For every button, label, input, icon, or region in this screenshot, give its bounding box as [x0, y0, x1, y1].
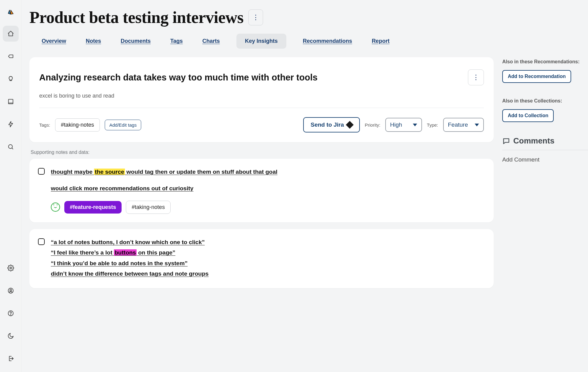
- priority-select[interactable]: High: [385, 118, 422, 132]
- highlight-pink: buttons: [114, 249, 137, 256]
- type-label: Type:: [427, 122, 438, 128]
- send-to-jira-button[interactable]: Send to Jira: [303, 117, 360, 132]
- note-line[interactable]: “I feel like there’s a lot buttons on th…: [51, 248, 209, 257]
- main-content: Product beta testing interviews Overview…: [21, 0, 588, 372]
- smile-icon: [51, 203, 60, 212]
- nav-tags[interactable]: [3, 48, 19, 64]
- add-comment-button[interactable]: Add Comment: [502, 156, 588, 163]
- app-logo-icon: [6, 7, 16, 18]
- tag-chip-taking-notes[interactable]: #taking-notes: [126, 201, 171, 214]
- svg-marker-0: [8, 10, 10, 14]
- nav-home[interactable]: [3, 26, 19, 42]
- note-body: thought maybe the source would tag then …: [51, 167, 277, 214]
- tab-key-insights[interactable]: Key Insights: [236, 34, 286, 49]
- nav-actions[interactable]: [3, 116, 19, 132]
- comments-header: Comments: [502, 136, 588, 146]
- priority-value: High: [390, 121, 402, 128]
- also-recommendations-label: Also in these Recommendations:: [502, 59, 588, 65]
- nav-ideas[interactable]: [3, 71, 19, 87]
- insight-actions-menu[interactable]: [468, 69, 484, 85]
- jira-icon: [346, 121, 353, 128]
- note-line[interactable]: “I think you’d be able to add notes in t…: [51, 259, 209, 268]
- note-line[interactable]: thought maybe the source would tag then …: [51, 167, 277, 177]
- note-checkbox[interactable]: [38, 168, 45, 175]
- tab-recommendations[interactable]: Recommendations: [300, 34, 355, 49]
- page-actions-menu[interactable]: [248, 9, 263, 25]
- svg-point-4: [10, 267, 12, 269]
- add-edit-tags-button[interactable]: Add/Edit tags: [105, 120, 141, 130]
- add-to-recommendation-button[interactable]: Add to Recommendation: [502, 70, 571, 83]
- type-select[interactable]: Feature: [443, 118, 484, 132]
- also-collections-label: Also in these Collections:: [502, 98, 588, 104]
- highlight-yellow: the source: [94, 169, 125, 175]
- note-body: “a lot of notes buttons, I don’t know wh…: [51, 238, 209, 280]
- note-card: “a lot of notes buttons, I don’t know wh…: [29, 229, 494, 288]
- divider: [39, 108, 484, 108]
- tags-label: Tags:: [39, 122, 50, 128]
- comment-icon: [502, 137, 510, 145]
- insight-subtitle: excel is boring to use and read: [39, 93, 484, 99]
- send-jira-label: Send to Jira: [311, 121, 344, 128]
- more-vertical-icon: [473, 73, 479, 81]
- note-checkbox[interactable]: [38, 238, 45, 245]
- side-nav: [0, 0, 21, 372]
- chevron-down-icon: [413, 124, 417, 126]
- tab-notes[interactable]: Notes: [83, 34, 104, 49]
- tag-chip-feature-requests[interactable]: #feature-requests: [64, 201, 122, 214]
- tab-documents[interactable]: Documents: [118, 34, 154, 49]
- type-value: Feature: [448, 121, 468, 128]
- page-title: Product beta testing interviews: [29, 8, 243, 27]
- priority-label: Priority:: [365, 122, 380, 128]
- add-to-collection-button[interactable]: Add to Collection: [502, 109, 554, 122]
- tab-charts[interactable]: Charts: [199, 34, 223, 49]
- nav-theme[interactable]: [3, 328, 19, 344]
- tab-tags[interactable]: Tags: [167, 34, 186, 49]
- note-line[interactable]: didn’t know the difference between tags …: [51, 269, 209, 278]
- insight-title: Analyzing research data takes way too mu…: [39, 73, 463, 83]
- nav-help[interactable]: [3, 305, 19, 321]
- right-sidebar: Also in these Recommendations: Add to Re…: [502, 57, 588, 163]
- tab-overview[interactable]: Overview: [39, 34, 69, 49]
- nav-search[interactable]: [3, 139, 19, 155]
- note-line[interactable]: would click more recommendations out of …: [51, 184, 277, 193]
- svg-marker-1: [11, 10, 13, 14]
- tag-chip[interactable]: #taking-notes: [55, 118, 100, 132]
- nav-library[interactable]: [3, 94, 19, 110]
- tabs: Overview Notes Documents Tags Charts Key…: [29, 29, 588, 49]
- svg-point-6: [10, 289, 12, 291]
- note-line[interactable]: “a lot of notes buttons, I don’t know wh…: [51, 238, 209, 247]
- nav-account[interactable]: [3, 283, 19, 299]
- chevron-down-icon: [475, 124, 479, 126]
- supporting-label: Supporting notes and data:: [31, 150, 494, 155]
- insight-card: Analyzing research data takes way too mu…: [29, 57, 494, 142]
- more-vertical-icon: [252, 13, 259, 21]
- tab-report[interactable]: Report: [369, 34, 393, 49]
- svg-point-8: [10, 314, 11, 315]
- divider: [502, 150, 588, 150]
- note-card: thought maybe the source would tag then …: [29, 159, 494, 222]
- nav-logout[interactable]: [3, 351, 19, 366]
- nav-settings[interactable]: [3, 260, 19, 276]
